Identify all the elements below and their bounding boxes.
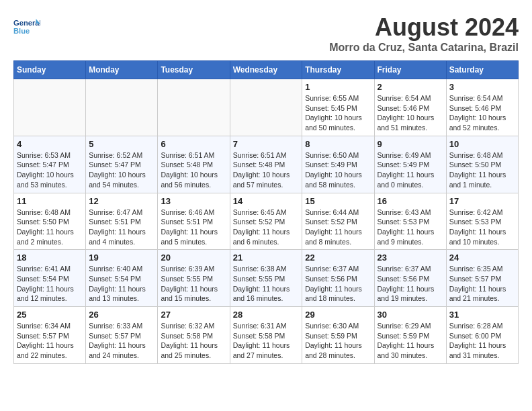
- calendar-cell: 31Sunrise: 6:28 AM Sunset: 6:00 PM Dayli…: [446, 307, 518, 364]
- day-number: 14: [233, 196, 300, 206]
- calendar-cell: [230, 79, 302, 136]
- day-info: Sunrise: 6:54 AM Sunset: 5:46 PM Dayligh…: [378, 93, 443, 133]
- weekday-header-sunday: Sunday: [14, 61, 86, 79]
- day-number: 7: [233, 139, 300, 149]
- day-info: Sunrise: 6:46 AM Sunset: 5:51 PM Dayligh…: [161, 208, 226, 247]
- day-number: 29: [305, 310, 371, 320]
- calendar-cell: 17Sunrise: 6:42 AM Sunset: 5:53 PM Dayli…: [446, 193, 518, 250]
- calendar-cell: 4Sunrise: 6:53 AM Sunset: 5:47 PM Daylig…: [14, 136, 86, 193]
- calendar-cell: 24Sunrise: 6:35 AM Sunset: 5:57 PM Dayli…: [446, 250, 518, 307]
- calendar-cell: 26Sunrise: 6:33 AM Sunset: 5:57 PM Dayli…: [86, 307, 158, 364]
- calendar-cell: [158, 79, 230, 136]
- calendar-table: SundayMondayTuesdayWednesdayThursdayFrid…: [13, 60, 519, 364]
- location-subtitle: Morro da Cruz, Santa Catarina, Brazil: [329, 42, 519, 54]
- day-number: 27: [161, 310, 226, 320]
- day-number: 26: [89, 310, 154, 320]
- calendar-cell: 12Sunrise: 6:47 AM Sunset: 5:51 PM Dayli…: [86, 193, 158, 250]
- day-number: 10: [449, 139, 515, 149]
- day-info: Sunrise: 6:42 AM Sunset: 5:53 PM Dayligh…: [449, 208, 515, 247]
- day-info: Sunrise: 6:37 AM Sunset: 5:56 PM Dayligh…: [305, 264, 371, 304]
- day-info: Sunrise: 6:40 AM Sunset: 5:54 PM Dayligh…: [89, 264, 154, 304]
- calendar-cell: 15Sunrise: 6:44 AM Sunset: 5:52 PM Dayli…: [302, 193, 374, 250]
- day-number: 4: [17, 139, 83, 149]
- weekday-header-saturday: Saturday: [446, 61, 518, 79]
- calendar-cell: 16Sunrise: 6:43 AM Sunset: 5:53 PM Dayli…: [374, 193, 446, 250]
- day-info: Sunrise: 6:50 AM Sunset: 5:49 PM Dayligh…: [305, 150, 371, 190]
- day-info: Sunrise: 6:31 AM Sunset: 5:58 PM Dayligh…: [233, 321, 300, 361]
- day-number: 31: [449, 310, 515, 320]
- day-info: Sunrise: 6:34 AM Sunset: 5:57 PM Dayligh…: [17, 321, 83, 361]
- month-title: August 2024: [329, 13, 519, 42]
- day-info: Sunrise: 6:51 AM Sunset: 5:48 PM Dayligh…: [161, 150, 226, 190]
- calendar-cell: 23Sunrise: 6:37 AM Sunset: 5:56 PM Dayli…: [374, 250, 446, 307]
- day-number: 12: [89, 196, 154, 206]
- day-info: Sunrise: 6:32 AM Sunset: 5:58 PM Dayligh…: [161, 321, 226, 361]
- day-number: 3: [449, 82, 515, 92]
- day-info: Sunrise: 6:55 AM Sunset: 5:45 PM Dayligh…: [305, 93, 371, 133]
- calendar-cell: 28Sunrise: 6:31 AM Sunset: 5:58 PM Dayli…: [230, 307, 302, 364]
- day-info: Sunrise: 6:35 AM Sunset: 5:57 PM Dayligh…: [449, 264, 515, 304]
- calendar-cell: 30Sunrise: 6:29 AM Sunset: 5:59 PM Dayli…: [374, 307, 446, 364]
- week-row-1: 1Sunrise: 6:55 AM Sunset: 5:45 PM Daylig…: [14, 79, 519, 136]
- calendar-cell: 29Sunrise: 6:30 AM Sunset: 5:59 PM Dayli…: [302, 307, 374, 364]
- calendar-cell: 19Sunrise: 6:40 AM Sunset: 5:54 PM Dayli…: [86, 250, 158, 307]
- day-info: Sunrise: 6:48 AM Sunset: 5:50 PM Dayligh…: [17, 208, 83, 247]
- logo: General Blue: [13, 13, 42, 40]
- day-info: Sunrise: 6:41 AM Sunset: 5:54 PM Dayligh…: [17, 264, 83, 304]
- day-info: Sunrise: 6:33 AM Sunset: 5:57 PM Dayligh…: [89, 321, 154, 361]
- day-number: 11: [17, 196, 83, 206]
- day-info: Sunrise: 6:28 AM Sunset: 6:00 PM Dayligh…: [449, 321, 515, 361]
- day-info: Sunrise: 6:30 AM Sunset: 5:59 PM Dayligh…: [305, 321, 371, 361]
- day-number: 25: [17, 310, 83, 320]
- calendar-cell: 18Sunrise: 6:41 AM Sunset: 5:54 PM Dayli…: [14, 250, 86, 307]
- day-number: 23: [378, 253, 443, 263]
- calendar-cell: 7Sunrise: 6:51 AM Sunset: 5:48 PM Daylig…: [230, 136, 302, 193]
- weekday-header-tuesday: Tuesday: [158, 61, 230, 79]
- calendar-cell: 8Sunrise: 6:50 AM Sunset: 5:49 PM Daylig…: [302, 136, 374, 193]
- day-info: Sunrise: 6:52 AM Sunset: 5:47 PM Dayligh…: [89, 150, 154, 190]
- day-number: 19: [89, 253, 154, 263]
- weekday-header-row: SundayMondayTuesdayWednesdayThursdayFrid…: [14, 61, 519, 79]
- calendar-cell: 9Sunrise: 6:49 AM Sunset: 5:49 PM Daylig…: [374, 136, 446, 193]
- day-number: 18: [17, 253, 83, 263]
- day-number: 2: [378, 82, 443, 92]
- calendar-cell: 21Sunrise: 6:38 AM Sunset: 5:55 PM Dayli…: [230, 250, 302, 307]
- day-info: Sunrise: 6:44 AM Sunset: 5:52 PM Dayligh…: [305, 208, 371, 247]
- weekday-header-wednesday: Wednesday: [230, 61, 302, 79]
- title-section: August 2024 Morro da Cruz, Santa Catarin…: [329, 13, 519, 54]
- day-number: 20: [161, 253, 226, 263]
- calendar-cell: 2Sunrise: 6:54 AM Sunset: 5:46 PM Daylig…: [374, 79, 446, 136]
- day-info: Sunrise: 6:38 AM Sunset: 5:55 PM Dayligh…: [233, 264, 300, 304]
- day-number: 5: [89, 139, 154, 149]
- day-number: 17: [449, 196, 515, 206]
- svg-text:Blue: Blue: [13, 27, 30, 35]
- week-row-5: 25Sunrise: 6:34 AM Sunset: 5:57 PM Dayli…: [14, 307, 519, 364]
- week-row-3: 11Sunrise: 6:48 AM Sunset: 5:50 PM Dayli…: [14, 193, 519, 250]
- calendar-cell: 6Sunrise: 6:51 AM Sunset: 5:48 PM Daylig…: [158, 136, 230, 193]
- calendar-cell: 13Sunrise: 6:46 AM Sunset: 5:51 PM Dayli…: [158, 193, 230, 250]
- day-number: 28: [233, 310, 300, 320]
- day-number: 1: [305, 82, 371, 92]
- day-number: 22: [305, 253, 371, 263]
- calendar-cell: 20Sunrise: 6:39 AM Sunset: 5:55 PM Dayli…: [158, 250, 230, 307]
- calendar-cell: 1Sunrise: 6:55 AM Sunset: 5:45 PM Daylig…: [302, 79, 374, 136]
- weekday-header-monday: Monday: [86, 61, 158, 79]
- week-row-4: 18Sunrise: 6:41 AM Sunset: 5:54 PM Dayli…: [14, 250, 519, 307]
- day-number: 9: [378, 139, 443, 149]
- day-info: Sunrise: 6:37 AM Sunset: 5:56 PM Dayligh…: [378, 264, 443, 304]
- day-info: Sunrise: 6:39 AM Sunset: 5:55 PM Dayligh…: [161, 264, 226, 304]
- calendar-cell: 25Sunrise: 6:34 AM Sunset: 5:57 PM Dayli…: [14, 307, 86, 364]
- day-info: Sunrise: 6:45 AM Sunset: 5:52 PM Dayligh…: [233, 208, 300, 247]
- day-info: Sunrise: 6:29 AM Sunset: 5:59 PM Dayligh…: [378, 321, 443, 361]
- calendar-cell: [14, 79, 86, 136]
- calendar-cell: 22Sunrise: 6:37 AM Sunset: 5:56 PM Dayli…: [302, 250, 374, 307]
- week-row-2: 4Sunrise: 6:53 AM Sunset: 5:47 PM Daylig…: [14, 136, 519, 193]
- calendar-cell: 11Sunrise: 6:48 AM Sunset: 5:50 PM Dayli…: [14, 193, 86, 250]
- weekday-header-friday: Friday: [374, 61, 446, 79]
- day-number: 16: [378, 196, 443, 206]
- calendar-cell: 14Sunrise: 6:45 AM Sunset: 5:52 PM Dayli…: [230, 193, 302, 250]
- day-number: 30: [378, 310, 443, 320]
- day-info: Sunrise: 6:53 AM Sunset: 5:47 PM Dayligh…: [17, 150, 83, 190]
- day-info: Sunrise: 6:43 AM Sunset: 5:53 PM Dayligh…: [378, 208, 443, 247]
- calendar-cell: 3Sunrise: 6:54 AM Sunset: 5:46 PM Daylig…: [446, 79, 518, 136]
